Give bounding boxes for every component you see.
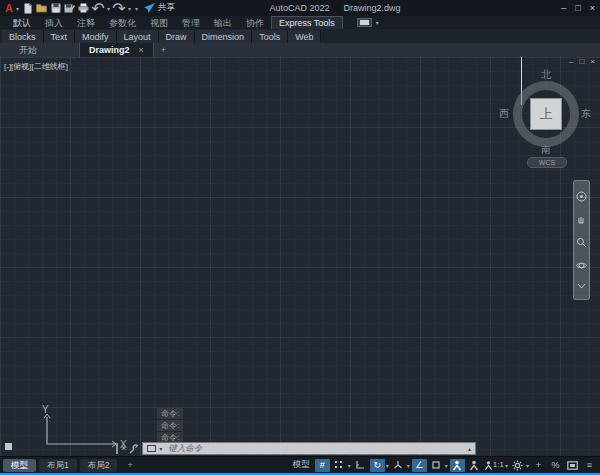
view-cube[interactable]: 上 北 南 西 东 [503, 71, 589, 157]
model-space-button[interactable]: 模型 [293, 459, 310, 471]
pan-hand-icon[interactable] [576, 214, 587, 225]
origin-grip[interactable] [5, 443, 12, 450]
layout1-tab[interactable]: 布局1 [39, 459, 77, 472]
layout-tabs: 模型 布局1 布局2 + [3, 459, 140, 472]
undo-caret-icon[interactable]: ▾ [107, 5, 110, 12]
layout2-tab[interactable]: 布局2 [80, 459, 118, 472]
workspace-caret-icon[interactable]: ▾ [526, 462, 529, 469]
osnap-caret-icon[interactable]: ▾ [445, 462, 448, 469]
annotation-visibility-toggle[interactable] [450, 459, 465, 472]
viewport-restore-button[interactable]: □ [579, 58, 584, 66]
autocad-logo-icon[interactable]: A [5, 3, 13, 14]
ribbon-tab-collaborate[interactable]: 协作 [239, 17, 271, 29]
panel-draw[interactable]: Draw [159, 30, 195, 43]
ortho-mode-toggle[interactable] [353, 459, 368, 472]
tab-start[interactable]: 开始 [3, 43, 53, 57]
wcs-dropdown[interactable]: WCS [527, 157, 567, 168]
title-bar: A ▾ ↶ ▾ ↷ ▾ ▾ 共享 AutoCAD 2022Drawing2.dw… [0, 0, 600, 16]
recent-commands-icon[interactable]: ▴ [468, 445, 471, 452]
ribbon-tab-insert[interactable]: 插入 [38, 17, 70, 29]
viewport-controls-label[interactable]: [-][俯视][二维线框] [4, 61, 68, 72]
command-line-grip[interactable] [116, 443, 118, 454]
close-button[interactable]: × [590, 4, 595, 13]
command-input[interactable]: ▾ 键入命令 ▴ [142, 442, 476, 455]
save-button[interactable] [49, 2, 63, 15]
tab-drawing2[interactable]: Drawing2 × [79, 43, 154, 57]
isolate-objects-button[interactable]: % [548, 459, 563, 472]
viewport-minimize-button[interactable]: – [569, 58, 573, 66]
orbit-icon[interactable] [576, 260, 587, 271]
undo-button[interactable]: ↶ [91, 2, 105, 15]
navigation-bar[interactable] [573, 180, 590, 300]
object-snap-tracking-toggle[interactable]: ∠ [412, 459, 427, 472]
ribbon-tab-manage[interactable]: 管理 [175, 17, 207, 29]
panel-layout[interactable]: Layout [117, 30, 159, 43]
ribbon-tab-home[interactable]: 默认 [6, 17, 38, 29]
ribbon-tab-view[interactable]: 视图 [143, 17, 175, 29]
grid-display-toggle[interactable]: # [315, 459, 330, 472]
panel-web[interactable]: Web [288, 30, 321, 43]
isometric-drafting-toggle[interactable] [391, 459, 406, 472]
drawing-canvas[interactable]: [-][俯视][二维线框] – □ × 上 北 南 西 东 WCS Y [0, 57, 600, 456]
compass-south-label[interactable]: 南 [541, 143, 551, 157]
panel-modify[interactable]: Modify [75, 30, 117, 43]
new-layout-button[interactable]: + [120, 460, 139, 470]
tab-close-icon[interactable]: × [139, 45, 144, 55]
customization-menu-button[interactable]: ≡ [582, 459, 597, 472]
print-button[interactable] [77, 2, 91, 15]
panel-blocks[interactable]: Blocks [2, 30, 44, 43]
compass-west-label[interactable]: 西 [499, 107, 509, 121]
annotation-autoscale-toggle[interactable] [467, 459, 482, 472]
command-options-icon[interactable]: ▾ [147, 445, 164, 452]
app-menu-caret-icon[interactable]: ▾ [16, 5, 19, 12]
share-button[interactable]: 共享 [144, 2, 175, 14]
scale-caret-icon[interactable]: ▾ [505, 462, 508, 469]
polar-tracking-toggle[interactable]: ↻ [370, 459, 385, 472]
autoscale-person-icon [469, 460, 479, 471]
panel-tools[interactable]: Tools [252, 30, 288, 43]
annotation-scale-value: 1:1 [493, 461, 504, 469]
view-cube-top-face[interactable]: 上 [530, 98, 562, 130]
maximize-button[interactable]: □ [575, 4, 580, 13]
ribbon-display-toggle[interactable]: ▾ [357, 18, 381, 27]
save-as-button[interactable] [63, 2, 77, 15]
clean-screen-button[interactable] [565, 459, 580, 472]
compass-north-label[interactable]: 北 [541, 68, 551, 82]
viewport-close-button[interactable]: × [590, 58, 595, 66]
ribbon-tab-output[interactable]: 输出 [207, 17, 239, 29]
snap-mode-toggle[interactable] [332, 459, 347, 472]
qat-customize-caret-icon[interactable]: ▾ [135, 5, 138, 12]
window-title: AutoCAD 2022Drawing2.dwg [150, 3, 520, 13]
ribbon-tab-parametric[interactable]: 参数化 [102, 17, 143, 29]
command-line-palette[interactable]: × ▾ 键入命令 ▴ [116, 441, 476, 456]
new-drawing-tab-button[interactable]: + [154, 43, 173, 57]
annotation-monitor-toggle[interactable]: + [531, 459, 546, 472]
ribbon-tab-annotate[interactable]: 注释 [70, 17, 102, 29]
panel-dimension[interactable]: Dimension [195, 30, 253, 43]
zoom-magnifier-icon[interactable] [576, 237, 587, 248]
workspace-switch-button[interactable] [510, 459, 525, 472]
ribbon-state-icon [357, 18, 372, 27]
redo-button[interactable]: ↷ [112, 2, 126, 15]
status-bar: 模型 布局1 布局2 + 模型 # ▾ ↻ ▾ ▾ ∠ [0, 456, 600, 473]
redo-caret-icon[interactable]: ▾ [128, 5, 131, 12]
ribbon-tab-express-tools[interactable]: Express Tools [271, 16, 343, 29]
new-file-button[interactable] [21, 2, 35, 15]
snap-caret-icon[interactable]: ▾ [348, 462, 351, 469]
model-tab[interactable]: 模型 [3, 459, 36, 472]
tab-drawing2-label: Drawing2 [89, 45, 130, 55]
command-history-line: 命令: [157, 420, 183, 431]
command-line-close-icon[interactable]: × [121, 444, 126, 453]
compass-east-label[interactable]: 东 [581, 107, 591, 121]
minimize-button[interactable]: – [561, 4, 566, 13]
steering-wheel-icon[interactable] [576, 191, 587, 202]
annotation-scale-button[interactable]: 1:1 [484, 459, 504, 472]
object-snap-toggle[interactable] [429, 459, 444, 472]
isodraft-caret-icon[interactable]: ▾ [407, 462, 410, 469]
open-file-button[interactable] [35, 2, 49, 15]
navbar-more-caret-icon[interactable] [577, 283, 586, 289]
panel-text[interactable]: Text [44, 30, 76, 43]
gear-icon [512, 460, 523, 471]
polar-caret-icon[interactable]: ▾ [386, 462, 389, 469]
customize-wrench-icon[interactable] [129, 444, 139, 454]
